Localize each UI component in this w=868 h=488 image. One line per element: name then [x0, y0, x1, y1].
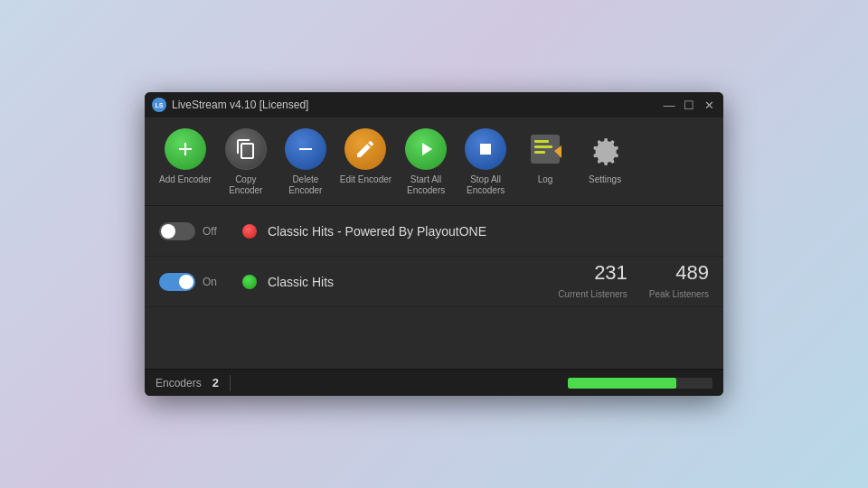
copy-encoder-button[interactable]: CopyEncoder [221, 128, 271, 196]
start-all-button[interactable]: Start AllEncoders [401, 128, 451, 196]
log-label: Log [538, 174, 553, 185]
application-window: LS LiveStream v4.10 [Licensed] — ☐ ✕ Add… [145, 92, 723, 396]
add-encoder-label: Add Encoder [159, 174, 212, 185]
titlebar: LS LiveStream v4.10 [Licensed] — ☐ ✕ [145, 92, 723, 117]
stop-all-label: Stop AllEncoders [467, 174, 505, 196]
edit-encoder-label: Edit Encoder [340, 174, 392, 185]
encoders-label: Encoders [156, 377, 202, 389]
statusbar: Encoders 2 [145, 369, 723, 396]
copy-encoder-icon [225, 128, 267, 170]
toggle-2[interactable] [159, 273, 195, 291]
statusbar-divider [230, 375, 231, 391]
encoders-count: 2 [212, 376, 219, 389]
toolbar: Add Encoder CopyEncoder DeleteEncoder Ed… [145, 117, 723, 206]
stop-all-icon [465, 128, 506, 170]
edit-encoder-icon [344, 128, 386, 170]
current-listeners-label: Current Listeners [558, 289, 627, 299]
progress-bar-fill [568, 378, 676, 389]
toggle-knob-2 [179, 275, 193, 289]
toggle-container-1: Off [159, 222, 231, 240]
app-icon: LS [152, 98, 166, 112]
progress-bar-bg [568, 378, 712, 389]
encoder-name-1: Classic Hits - Powered By PlayoutONE [268, 224, 709, 239]
delete-encoder-label: DeleteEncoder [288, 174, 322, 196]
maximize-button[interactable]: ☐ [682, 98, 696, 112]
toggle-label-2: On [203, 276, 221, 288]
start-all-icon [405, 128, 447, 170]
stop-all-button[interactable]: Stop AllEncoders [460, 128, 511, 196]
toggle-container-2: On [159, 273, 231, 291]
start-all-label: Start AllEncoders [407, 174, 445, 196]
svg-rect-4 [534, 151, 545, 154]
toggle-knob-1 [161, 224, 175, 239]
delete-encoder-icon [285, 128, 326, 170]
add-encoder-button[interactable]: Add Encoder [159, 128, 212, 185]
copy-encoder-label: CopyEncoder [229, 174, 262, 196]
settings-button[interactable]: Settings [580, 128, 630, 185]
svg-rect-0 [480, 144, 491, 155]
peak-listeners-label: Peak Listeners [649, 289, 709, 299]
status-dot-2 [242, 275, 257, 289]
svg-rect-3 [534, 145, 552, 148]
svg-rect-1 [531, 135, 560, 164]
add-encoder-icon [165, 128, 206, 170]
status-dot-1 [242, 224, 257, 239]
titlebar-left: LS LiveStream v4.10 [Licensed] [152, 98, 308, 112]
log-icon [524, 128, 566, 170]
settings-icon [584, 128, 626, 170]
svg-rect-2 [534, 140, 549, 143]
titlebar-controls: — ☐ ✕ [662, 98, 716, 112]
close-button[interactable]: ✕ [702, 98, 716, 112]
encoder-stats-2: 231 Current Listeners 489 Peak Listeners [558, 262, 709, 300]
encoder-row-2[interactable]: On Classic Hits 231 Current Listeners 48… [145, 257, 723, 307]
current-listeners-value: 231 [558, 262, 627, 284]
encoder-row-1[interactable]: Off Classic Hits - Powered By PlayoutONE [145, 206, 723, 257]
titlebar-title: LiveStream v4.10 [Licensed] [172, 99, 308, 111]
encoders-area: Off Classic Hits - Powered By PlayoutONE… [145, 206, 723, 369]
minimize-button[interactable]: — [662, 98, 676, 112]
current-listeners-block: 231 Current Listeners [558, 262, 627, 300]
edit-encoder-button[interactable]: Edit Encoder [340, 128, 392, 185]
toggle-1[interactable] [159, 222, 195, 240]
progress-bar-container [241, 378, 712, 389]
peak-listeners-block: 489 Peak Listeners [649, 262, 709, 300]
delete-encoder-button[interactable]: DeleteEncoder [280, 128, 331, 196]
toggle-label-1: Off [203, 225, 221, 238]
settings-label: Settings [589, 174, 621, 185]
encoder-name-2: Classic Hits [268, 275, 558, 289]
peak-listeners-value: 489 [649, 262, 709, 284]
log-button[interactable]: Log [520, 128, 571, 185]
